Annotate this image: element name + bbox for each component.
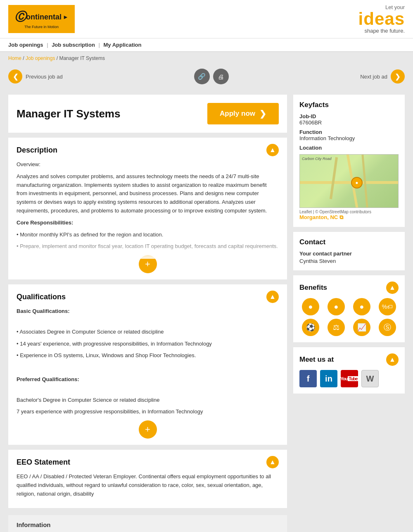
expand-container: + — [17, 255, 279, 273]
eeo-text: EEO / AA / Disabled / Protected Veteran … — [17, 472, 279, 498]
job-navigation: ❮ Previous job ad 🔗 🖨 Next job ad ❯ — [0, 64, 413, 88]
preferred-item-2: 7 years experience with progressive resp… — [17, 408, 279, 416]
location-link-text: Morganton, NC — [299, 214, 338, 220]
youtube-icon[interactable]: YouTube — [341, 370, 358, 387]
core-item-1: • Monitor monthly KPI's as defined for t… — [17, 231, 279, 239]
apply-now-label: Apply now — [220, 110, 255, 118]
basic-item-2: • 14 years' experience, with progressive… — [17, 340, 279, 348]
benefit-icon-2[interactable]: ● — [328, 298, 345, 315]
prev-job-button[interactable]: ❮ — [8, 69, 22, 83]
core-item-2: • Prepare, implement and monitor fiscal … — [17, 242, 279, 251]
nav-my-application[interactable]: My Application — [103, 42, 141, 48]
logo-box: Ⓒ ontinental ► The Future in Motion — [8, 5, 75, 33]
meet-us-header: Meet us at ▲ — [299, 353, 399, 366]
job-title-card: Manager IT Systems Apply now ❯ — [8, 95, 287, 133]
qualifications-expand-container: + — [17, 420, 279, 439]
overview-heading: Overview: — [17, 160, 279, 169]
information-section: Information — [8, 515, 287, 532]
header: Ⓒ ontinental ► The Future in Motion Let … — [0, 0, 413, 38]
social-icons-container: f in YouTube W — [299, 370, 399, 387]
eeo-header: EEO Statement ▲ — [17, 456, 279, 468]
preferred-heading: Preferred Qualifications: — [17, 375, 279, 384]
breadcrumb-home[interactable]: Home — [8, 55, 21, 61]
benefit-icon-4[interactable]: %🏷 — [379, 298, 396, 315]
breadcrumb-job-openings[interactable]: Job openings — [26, 55, 55, 61]
breadcrumb: Home / Job openings / Manager IT Systems — [0, 52, 413, 64]
location-map: Carbon City Road ● — [299, 154, 399, 208]
function-value: Information Technology — [299, 135, 399, 141]
meet-us-title: Meet us at — [299, 355, 334, 364]
logo-brand: ontinental — [26, 13, 62, 21]
function-label: Function — [299, 129, 399, 135]
youtube-label: YouTube — [340, 376, 358, 381]
left-column: Manager IT Systems Apply now ❯ Descripti… — [8, 95, 287, 532]
benefits-header: Benefits ▲ — [299, 282, 399, 294]
print-icon[interactable]: 🖨 — [213, 69, 229, 84]
qualifications-collapse-button[interactable]: ▲ — [266, 291, 279, 303]
facebook-icon[interactable]: f — [299, 370, 317, 387]
share-print-icons: 🔗 🖨 — [194, 69, 229, 84]
nav-job-openings[interactable]: Job openings — [8, 42, 43, 48]
qualifications-title: Qualifications — [17, 293, 66, 301]
external-link-icon: ⧉ — [339, 214, 343, 220]
basic-heading: Basic Qualifications: — [17, 307, 279, 316]
benefit-icon-7[interactable]: 📈 — [353, 319, 370, 336]
description-body: Overview: Analyzes and solves computer p… — [17, 160, 279, 251]
eeo-title: EEO Statement — [17, 458, 70, 467]
contact-card: Contact Your contact partner Cynthia Ste… — [293, 232, 405, 270]
qualifications-expand-button[interactable]: + — [139, 420, 157, 439]
job-id-label: Job-ID — [299, 113, 399, 119]
ideas-bottom-text: shape the future. — [358, 28, 405, 34]
benefit-icon-1[interactable]: ● — [302, 298, 319, 315]
benefit-icon-3[interactable]: ● — [353, 298, 370, 315]
share-icon[interactable]: 🔗 — [194, 69, 210, 84]
benefit-icon-6[interactable]: ⚖ — [328, 319, 345, 336]
main-container: Manager IT Systems Apply now ❯ Descripti… — [0, 88, 413, 532]
logo-c-icon: Ⓒ — [14, 9, 26, 25]
job-title: Manager IT Systems — [17, 107, 120, 120]
prev-job-label: Previous job ad — [26, 74, 63, 80]
map-attribution: Leaflet | © OpenStreetMap contributors — [299, 210, 399, 214]
meet-us-collapse-button[interactable]: ▲ — [386, 353, 399, 366]
map-road-label: Carbon City Road — [302, 157, 332, 161]
description-header: Description ▲ — [17, 144, 279, 156]
description-section: Description ▲ Overview: Analyzes and sol… — [8, 138, 287, 279]
nav-job-subscription[interactable]: Job subscription — [52, 42, 95, 48]
benefit-icon-8[interactable]: Ⓢ — [379, 319, 396, 336]
map-road-2 — [299, 181, 399, 184]
main-nav: Job openings | Job subscription | My App… — [0, 38, 413, 52]
contact-title: Contact — [299, 238, 399, 246]
information-title: Information — [17, 521, 279, 528]
benefits-collapse-button[interactable]: ▲ — [386, 282, 399, 294]
benefit-icon-5[interactable]: ⚽ — [302, 319, 319, 336]
apply-now-button[interactable]: Apply now ❯ — [207, 103, 279, 124]
keyfacts-title: Keyfacts — [299, 101, 399, 109]
description-expand-button[interactable]: + — [139, 255, 157, 273]
basic-item-1: • Associates Degree in Computer Science … — [17, 328, 279, 336]
right-column: Keyfacts Job-ID 67606BR Function Informa… — [293, 95, 405, 532]
preferred-item-1: Bachelor's Degree in Computer Science or… — [17, 396, 279, 405]
qualifications-header: Qualifications ▲ — [17, 291, 279, 303]
location-label: Location — [299, 145, 399, 151]
location-link[interactable]: Morganton, NC ⧉ — [299, 214, 343, 220]
benefits-card: Benefits ▲ ● ● ● %🏷 ⚽ ⚖ 📈 Ⓢ — [293, 275, 405, 342]
nav-divider-1: | — [47, 42, 50, 48]
breadcrumb-current: Manager IT Systems — [59, 55, 104, 61]
eeo-body: EEO / AA / Disabled / Protected Veteran … — [17, 472, 279, 498]
meet-us-card: Meet us at ▲ f in YouTube W — [293, 347, 405, 394]
description-collapse-button[interactable]: ▲ — [266, 144, 279, 156]
basic-item-3: • Experience in OS systems, Linux, Windo… — [17, 351, 279, 360]
qualifications-section: Qualifications ▲ Basic Qualifications: •… — [8, 284, 287, 445]
overview-text: Analyzes and solves computer problems, a… — [17, 172, 279, 215]
apply-now-arrow-icon: ❯ — [259, 109, 266, 119]
ideas-main-text: ideas — [358, 10, 405, 28]
benefits-title: Benefits — [299, 284, 327, 292]
eeo-collapse-button[interactable]: ▲ — [266, 456, 279, 468]
core-heading: Core Responsibilities: — [17, 219, 279, 227]
linkedin-icon[interactable]: in — [320, 370, 337, 387]
qualifications-body: Basic Qualifications: • Associates Degre… — [17, 307, 279, 416]
wordpress-icon[interactable]: W — [361, 370, 379, 387]
next-job-button[interactable]: ❯ — [391, 69, 405, 83]
description-title: Description — [17, 146, 57, 155]
next-job-label: Next job ad — [360, 74, 387, 80]
